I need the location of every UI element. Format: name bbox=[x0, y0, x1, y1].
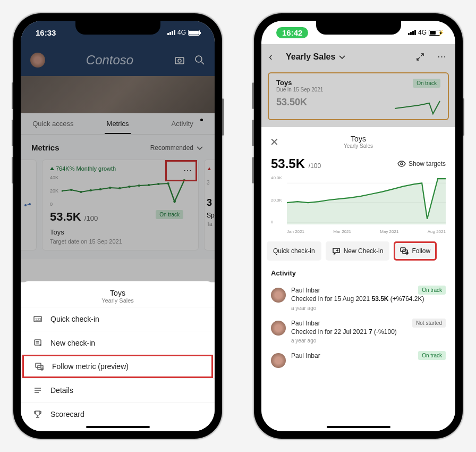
activity-item[interactable]: Paul Inbar On track bbox=[271, 348, 446, 372]
network-label: 4G bbox=[418, 29, 427, 36]
avatar bbox=[271, 321, 286, 336]
home-indicator[interactable] bbox=[86, 426, 150, 428]
sheet-title: Toys bbox=[271, 135, 446, 143]
modal-backdrop[interactable] bbox=[261, 44, 455, 127]
menu-details[interactable]: Details bbox=[21, 378, 215, 402]
modal-backdrop[interactable] bbox=[21, 21, 215, 282]
metric-chart: 40.0K20.0K0 Jan 2021Mar 2021May 2021Aug … bbox=[271, 175, 446, 234]
action-sheet: Toys Yearly Sales 123 Quick check-in New… bbox=[21, 281, 215, 431]
status-time: 16:42 bbox=[276, 27, 308, 38]
sheet-subtitle: Yearly Sales bbox=[21, 297, 215, 304]
status-badge: On track bbox=[418, 351, 446, 360]
menu-quick-checkin[interactable]: 123 Quick check-in bbox=[21, 307, 215, 331]
trophy-icon bbox=[32, 410, 43, 418]
follow-icon bbox=[400, 247, 409, 255]
battery-icon: ⚡ bbox=[429, 30, 440, 36]
menu-new-checkin[interactable]: New check-in bbox=[21, 331, 215, 355]
signal-icon bbox=[167, 30, 175, 35]
activity-item[interactable]: Paul Inbar Checked in for 22 Jul 2021 7 … bbox=[271, 315, 446, 348]
chat-add-icon bbox=[332, 247, 341, 255]
chip-new-checkin[interactable]: New Check-in bbox=[326, 241, 390, 261]
chip-follow[interactable]: Follow bbox=[394, 241, 437, 261]
activity-time: a year ago bbox=[291, 338, 446, 344]
sheet-title: Toys bbox=[21, 289, 215, 297]
detail-sheet: ✕ Toys Yearly Sales 53.5K /100 Show targ… bbox=[261, 127, 455, 431]
avatar bbox=[271, 288, 286, 303]
number-box-icon: 123 bbox=[32, 315, 43, 323]
menu-follow-metric[interactable]: Follow metric (preview) bbox=[22, 355, 213, 378]
close-button[interactable]: ✕ bbox=[270, 136, 279, 148]
follow-icon bbox=[34, 362, 45, 371]
eye-icon bbox=[397, 160, 406, 168]
note-add-icon bbox=[32, 339, 43, 347]
chip-quick-checkin[interactable]: Quick check-in bbox=[267, 241, 321, 261]
show-targets-toggle[interactable]: Show targets bbox=[397, 160, 446, 168]
svg-rect-23 bbox=[35, 340, 41, 345]
status-time: 16:33 bbox=[36, 28, 56, 37]
list-icon bbox=[32, 386, 43, 395]
signal-icon bbox=[408, 30, 416, 35]
svg-point-46 bbox=[406, 252, 408, 254]
svg-text:123: 123 bbox=[35, 317, 41, 321]
metric-value: 53.5K /100 bbox=[271, 156, 321, 171]
sheet-subtitle: Yearly Sales bbox=[271, 143, 446, 149]
avatar bbox=[271, 353, 286, 368]
activity-heading: Activity bbox=[271, 269, 446, 277]
status-badge: Not started bbox=[412, 319, 446, 328]
svg-point-30 bbox=[41, 368, 43, 370]
battery-icon bbox=[188, 30, 200, 36]
activity-text: Checked in for 15 Aug 2021 53.5K (+%764.… bbox=[291, 295, 446, 304]
network-label: 4G bbox=[177, 29, 186, 36]
activity-time: a year ago bbox=[291, 305, 446, 311]
home-indicator[interactable] bbox=[327, 426, 390, 428]
status-badge: On track bbox=[418, 286, 446, 295]
activity-text: Checked in for 22 Jul 2021 7 (-%100) bbox=[291, 328, 446, 337]
activity-item[interactable]: Paul Inbar Checked in for 15 Aug 2021 53… bbox=[271, 282, 446, 315]
menu-scorecard[interactable]: Scorecard bbox=[21, 402, 215, 426]
svg-point-38 bbox=[401, 163, 403, 165]
